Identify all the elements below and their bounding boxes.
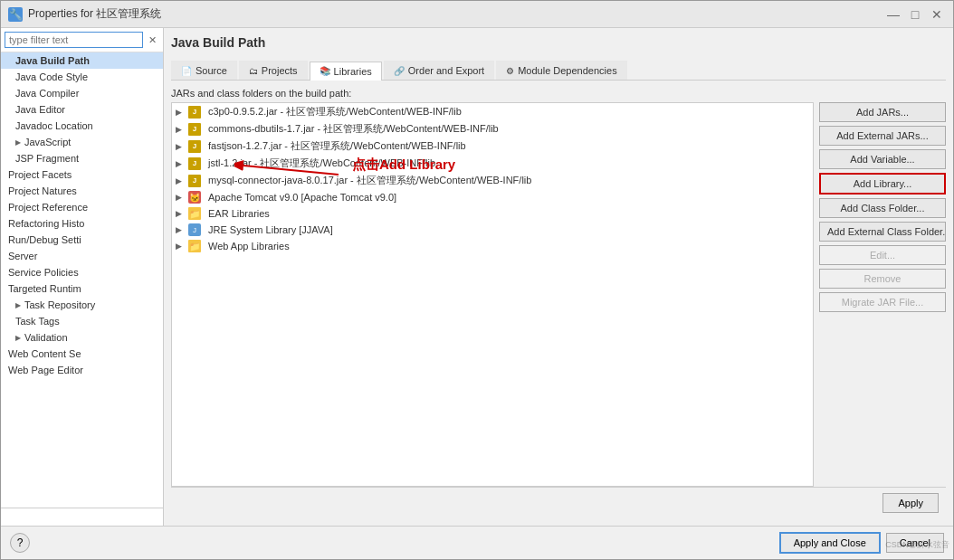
library-item-6[interactable]: ▶📁EAR Libraries (172, 205, 813, 222)
library-item-label: commons-dbutils-1.7.jar - 社区管理系统/WebCont… (208, 122, 499, 136)
tab-libraries[interactable]: 📚Libraries (310, 62, 382, 81)
search-input[interactable] (5, 32, 143, 48)
sidebar-item-label: Server (8, 251, 37, 261)
window-title: Properties for 社区管理系统 (28, 6, 884, 22)
close-button[interactable]: ✕ (928, 5, 946, 24)
expand-arrow-icon: ▶ (176, 193, 185, 202)
library-item-8[interactable]: ▶📁Web App Libraries (172, 238, 813, 254)
library-item-0[interactable]: ▶Jc3p0-0.9.5.2.jar - 社区管理系统/WebContent/W… (172, 103, 813, 120)
sidebar-item-6[interactable]: JSP Fragment (1, 150, 163, 166)
sidebar-item-5[interactable]: ▶JavaScript (1, 134, 163, 150)
sidebar-item-16[interactable]: Task Tags (1, 313, 163, 329)
sidebar-item-0[interactable]: Java Build Path (1, 52, 163, 69)
sidebar-item-label: Java Editor (15, 104, 65, 115)
tab-icon: 🔗 (394, 66, 405, 76)
expand-arrow-icon: ▶ (176, 209, 185, 218)
expand-arrow-icon: ▶ (15, 138, 21, 147)
library-area-wrapper: ▶Jc3p0-0.9.5.2.jar - 社区管理系统/WebContent/W… (171, 102, 814, 487)
build-path-content: JARs and class folders on the build path… (171, 88, 946, 487)
bottom-bar: Apply (171, 487, 946, 518)
library-item-4[interactable]: ▶Jmysql-connector-java-8.0.17.jar - 社区管理… (172, 172, 813, 189)
sidebar-item-7[interactable]: Project Facets (1, 166, 163, 183)
sidebar-item-label: Run/Debug Setti (8, 234, 81, 245)
footer-right: Apply and Close Cancel (779, 532, 944, 554)
sidebar-item-9[interactable]: Project Reference (1, 199, 163, 215)
sidebar-item-8[interactable]: Project Natures (1, 183, 163, 199)
apply-close-button[interactable]: Apply and Close (779, 532, 881, 554)
sidebar-item-18[interactable]: Web Content Se (1, 346, 163, 362)
action-btn-add-external-jars-[interactable]: Add External JARs... (819, 126, 946, 146)
lib-type-icon: J (188, 140, 201, 153)
buttons-panel: Add JARs...Add External JARs...Add Varia… (819, 102, 946, 487)
tabs-bar: 📄Source🗂Projects📚Libraries🔗Order and Exp… (171, 61, 946, 81)
expand-arrow-icon: ▶ (176, 159, 185, 168)
sidebar-item-3[interactable]: Java Editor (1, 101, 163, 118)
tab-order-and-export[interactable]: 🔗Order and Export (384, 61, 494, 80)
action-btn-edit-: Edit... (819, 245, 946, 265)
maximize-button[interactable]: □ (906, 5, 924, 24)
action-btn-add-library-[interactable]: Add Library... (819, 173, 946, 195)
sidebar-item-11[interactable]: Run/Debug Setti (1, 232, 163, 248)
cancel-button[interactable]: Cancel (886, 533, 944, 553)
expand-arrow-icon: ▶ (15, 301, 21, 309)
action-btn-remove: Remove (819, 269, 946, 289)
library-item-label: EAR Libraries (208, 208, 270, 219)
help-button[interactable]: ? (10, 533, 30, 553)
build-path-label: JARs and class folders on the build path… (171, 88, 946, 99)
tab-label: Order and Export (408, 65, 484, 76)
build-path-area: ▶Jc3p0-0.9.5.2.jar - 社区管理系统/WebContent/W… (171, 102, 946, 487)
sidebar-item-label: Java Build Path (15, 55, 90, 66)
library-item-5[interactable]: ▶🐱Apache Tomcat v9.0 [Apache Tomcat v9.0… (172, 189, 813, 205)
action-btn-migrate-jar-file-: Migrate JAR File... (819, 292, 946, 312)
sidebar-item-15[interactable]: ▶Task Repository (1, 297, 163, 313)
sidebar-bottom (1, 508, 163, 526)
sidebar-item-label: Project Reference (8, 202, 88, 213)
tab-label: Source (196, 65, 227, 76)
sidebar-list: Java Build PathJava Code StyleJava Compi… (1, 52, 163, 508)
sidebar-item-label: Service Policies (8, 267, 79, 278)
sidebar-item-2[interactable]: Java Compiler (1, 85, 163, 101)
sidebar-item-14[interactable]: Targeted Runtim (1, 280, 163, 297)
library-item-3[interactable]: ▶Jjstl-1.2.jar - 社区管理系统/WebContent/WEB-I… (172, 155, 813, 172)
tab-source[interactable]: 📄Source (171, 61, 237, 80)
expand-arrow-icon: ▶ (176, 225, 185, 234)
apply-button[interactable]: Apply (882, 493, 939, 513)
sidebar-item-label: Project Facets (8, 169, 72, 180)
tab-projects[interactable]: 🗂Projects (239, 61, 308, 80)
sidebar-item-label: JSP Fragment (15, 153, 79, 164)
library-item-7[interactable]: ▶JJRE System Library [JJAVA] (172, 222, 813, 238)
sidebar-item-19[interactable]: Web Page Editor (1, 362, 163, 378)
tab-icon: 📄 (181, 66, 192, 76)
action-btn-add-jars-[interactable]: Add JARs... (819, 102, 946, 122)
minimize-button[interactable]: — (884, 5, 902, 24)
tab-label: Module Dependencies (518, 65, 616, 76)
sidebar-item-label: Java Code Style (15, 71, 88, 82)
library-item-label: Apache Tomcat v9.0 [Apache Tomcat v9.0] (208, 192, 396, 203)
library-item-2[interactable]: ▶Jfastjson-1.2.7.jar - 社区管理系统/WebContent… (172, 138, 813, 155)
lib-type-icon: 📁 (188, 240, 201, 252)
action-btn-add-external-class-folder-[interactable]: Add External Class Folder... (819, 222, 946, 242)
sidebar-item-4[interactable]: Javadoc Location (1, 118, 163, 134)
action-btn-add-class-folder-[interactable]: Add Class Folder... (819, 198, 946, 218)
sidebar-item-label: Task Tags (15, 316, 60, 327)
sidebar-item-17[interactable]: ▶Validation (1, 329, 163, 346)
lib-type-icon: J (188, 223, 201, 236)
sidebar-item-13[interactable]: Service Policies (1, 264, 163, 280)
expand-arrow-icon: ▶ (176, 242, 185, 251)
page-title: Java Build Path (171, 35, 946, 53)
expand-arrow-icon: ▶ (176, 176, 185, 185)
tab-module-dependencies[interactable]: ⚙Module Dependencies (496, 61, 626, 80)
sidebar-item-12[interactable]: Server (1, 248, 163, 264)
sidebar-item-label: Web Page Editor (8, 365, 83, 375)
library-item-label: c3p0-0.9.5.2.jar - 社区管理系统/WebContent/WEB… (208, 105, 462, 119)
sidebar-item-10[interactable]: Refactoring Histo (1, 215, 163, 232)
sidebar-item-label: Refactoring Histo (8, 218, 84, 229)
lib-type-icon: 📁 (188, 207, 201, 220)
sidebar-item-label: Javadoc Location (15, 120, 93, 131)
action-btn-add-variable-[interactable]: Add Variable... (819, 149, 946, 169)
expand-arrow-icon: ▶ (15, 334, 21, 342)
lib-type-icon: J (188, 106, 201, 119)
search-clear-button[interactable]: ✕ (145, 33, 159, 47)
sidebar-item-1[interactable]: Java Code Style (1, 69, 163, 85)
library-item-1[interactable]: ▶Jcommons-dbutils-1.7.jar - 社区管理系统/WebCo… (172, 120, 813, 138)
